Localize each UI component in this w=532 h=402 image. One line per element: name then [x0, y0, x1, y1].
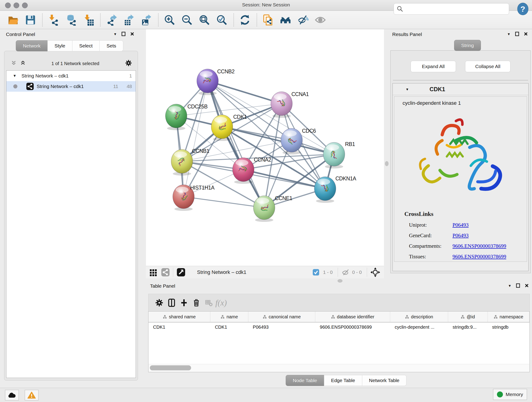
tab-edge-table[interactable]: Edge Table: [324, 375, 362, 386]
expand-all-button[interactable]: Expand All: [411, 61, 456, 72]
table-cell[interactable]: CDK1: [148, 322, 210, 332]
network-edge-hist1h1a-ccne1[interactable]: [184, 197, 264, 208]
apply-preferred-layout-button[interactable]: [238, 13, 252, 27]
open-session-button[interactable]: [6, 13, 20, 27]
network-edge-ccna2-cdkn1a[interactable]: [243, 170, 325, 189]
network-edge-ccnb2-hist1h1a[interactable]: [184, 81, 208, 197]
table-cell[interactable]: P06493: [248, 322, 315, 332]
save-session-button[interactable]: [23, 13, 38, 27]
function-builder-icon[interactable]: f(x): [215, 297, 227, 309]
network-node-ccnb2[interactable]: [197, 69, 218, 95]
control-panel-close-icon[interactable]: [130, 32, 134, 36]
scrollbar-thumb[interactable]: [150, 365, 191, 370]
network-node-ccna2[interactable]: [233, 158, 254, 184]
expand-all-networks-icon[interactable]: [20, 60, 26, 67]
zoom-fit-content-button[interactable]: [197, 13, 211, 27]
column-header-databaseidentifier[interactable]: database identifier: [315, 312, 390, 322]
tab-network[interactable]: Network: [16, 40, 48, 51]
network-node-ccna1[interactable]: [271, 92, 292, 118]
export-image-button[interactable]: [139, 13, 153, 27]
column-header-namespace[interactable]: namespace: [488, 312, 529, 322]
memory-button[interactable]: Memory: [493, 389, 527, 400]
clone-network-button[interactable]: [261, 13, 275, 27]
table-cell[interactable]: cyclin-dependent ...: [390, 322, 448, 332]
zoom-in-button[interactable]: [162, 13, 177, 27]
results-panel-menu-icon[interactable]: ▼: [507, 32, 510, 36]
column-header-sharedname[interactable]: shared name: [148, 312, 210, 322]
column-header-canonicalname[interactable]: canonical name: [248, 312, 315, 322]
crosslink-value-link[interactable]: 9606.ENSP00000378699: [452, 254, 506, 260]
hide-selected-button[interactable]: [296, 13, 310, 27]
gene-collapse-icon[interactable]: ▼: [405, 87, 409, 91]
table-horizontal-scrollbar[interactable]: [148, 364, 530, 372]
show-all-button[interactable]: [313, 13, 327, 27]
import-network-from-database-button[interactable]: [64, 13, 78, 27]
table-row[interactable]: CDK1CDK1P064939606.ENSP00000378699cyclin…: [148, 322, 530, 332]
tab-node-table[interactable]: Node Table: [286, 375, 324, 386]
network-node-ccnb1[interactable]: [171, 149, 193, 176]
tab-string[interactable]: String: [454, 40, 481, 51]
crosslink-value-link[interactable]: 9606.ENSP00000378699: [452, 243, 506, 249]
network-node-cdc25b[interactable]: [165, 104, 187, 130]
control-panel-menu-icon[interactable]: ▼: [114, 32, 117, 36]
detach-view-icon[interactable]: [177, 268, 186, 277]
network-collection-row[interactable]: ▼ String Network – cdk1 1: [6, 70, 136, 81]
table-cell[interactable]: CDK1: [210, 322, 248, 332]
results-panel-close-icon[interactable]: [524, 32, 528, 36]
collapse-all-networks-icon[interactable]: [11, 60, 17, 67]
delete-table-icon[interactable]: [203, 297, 215, 309]
table-cell[interactable]: stringdb:9...: [448, 322, 488, 332]
network-node-rb1[interactable]: [323, 142, 345, 168]
table-panel-close-icon[interactable]: [525, 283, 529, 288]
table-panel-float-icon[interactable]: [516, 283, 520, 288]
import-network-from-file-button[interactable]: [46, 13, 61, 27]
zoom-out-button[interactable]: [180, 13, 194, 27]
table-panel-menu-icon[interactable]: ▼: [508, 284, 511, 288]
delete-column-icon[interactable]: [190, 297, 203, 309]
gene-section-header[interactable]: ▼ CDK1: [393, 83, 528, 95]
network-edge-ccnb2-ccne1[interactable]: [208, 81, 264, 208]
zoom-selected-button[interactable]: [215, 13, 229, 27]
splitter-handle[interactable]: [337, 279, 342, 283]
collapse-all-button[interactable]: Collapse All: [465, 61, 510, 72]
column-header-name[interactable]: name: [210, 312, 248, 322]
search-input[interactable]: [406, 6, 507, 12]
network-node-ccne1[interactable]: [253, 196, 275, 222]
collection-expand-icon[interactable]: ▼: [13, 74, 17, 78]
select-columns-icon[interactable]: [165, 297, 178, 309]
network-row[interactable]: String Network – cdk1 11 48: [6, 81, 136, 92]
crosslink-value-link[interactable]: P06493: [452, 222, 469, 228]
import-table-from-file-button[interactable]: [81, 13, 95, 27]
grid-view-icon[interactable]: [149, 268, 157, 276]
selected-checkbox-icon[interactable]: [312, 269, 319, 276]
help-button[interactable]: ?: [517, 3, 528, 15]
network-node-cdkn1a[interactable]: [314, 177, 336, 203]
network-edge-ccnb2-ccna1[interactable]: [208, 81, 282, 104]
vertical-splitter[interactable]: [384, 29, 389, 278]
tab-select[interactable]: Select: [72, 40, 100, 51]
table-settings-gear-icon[interactable]: [153, 297, 165, 309]
crosslink-value-link[interactable]: P06493: [452, 233, 469, 239]
network-canvas[interactable]: CCNB2CCNA1CDC25BCDK1CDC6RB1CCNB1CCNA2CDK…: [146, 29, 384, 266]
network-options-gear-icon[interactable]: [125, 59, 132, 68]
cloud-status-button[interactable]: [5, 390, 19, 400]
network-node-cdk1[interactable]: [211, 115, 233, 141]
table-cell[interactable]: stringdb: [488, 322, 529, 332]
export-network-button[interactable]: [104, 13, 119, 27]
tab-sets[interactable]: Sets: [99, 40, 123, 51]
warnings-button[interactable]: [25, 390, 38, 400]
network-view[interactable]: CCNB2CCNA1CDC25BCDK1CDC6RB1CCNB1CCNA2CDK…: [146, 29, 384, 266]
string-home-button[interactable]: [278, 13, 293, 27]
results-panel-float-icon[interactable]: [515, 32, 519, 36]
hidden-eye-icon[interactable]: [341, 268, 350, 276]
control-panel-float-icon[interactable]: [121, 32, 126, 36]
network-view-share-icon[interactable]: [161, 268, 170, 277]
tab-style[interactable]: Style: [47, 40, 72, 51]
splitter-handle[interactable]: [385, 161, 389, 166]
export-table-button[interactable]: [122, 13, 136, 27]
column-header-id[interactable]: @id: [448, 312, 488, 322]
birds-eye-view-icon[interactable]: [370, 267, 380, 277]
tab-network-table[interactable]: Network Table: [362, 375, 407, 386]
column-header-description[interactable]: description: [390, 312, 448, 322]
add-column-icon[interactable]: [178, 297, 190, 309]
